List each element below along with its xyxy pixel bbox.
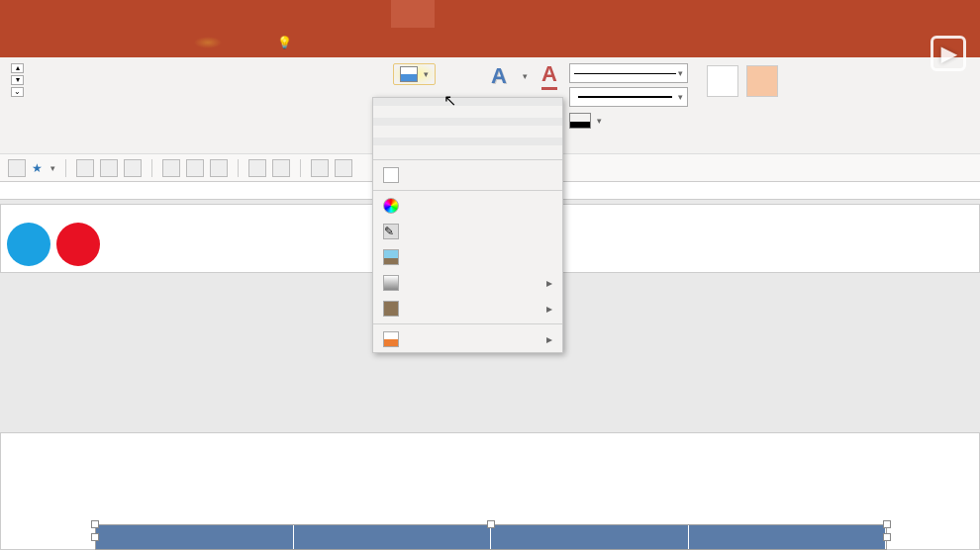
shading-button[interactable]: ▾: [393, 63, 436, 85]
border-group: ▾ ▾ ▾: [569, 63, 688, 129]
tab-slideshow[interactable]: [36, 37, 44, 48]
tab-animations[interactable]: [4, 37, 12, 48]
title-bar: [0, 0, 980, 28]
resize-handle-tc[interactable]: [487, 520, 495, 528]
picture-item[interactable]: [373, 244, 562, 270]
tab-developer[interactable]: [131, 37, 139, 48]
text-outline-icon[interactable]: A: [541, 61, 557, 90]
search-box[interactable]: 💡: [277, 36, 296, 49]
table-style-gallery: ▴▾⌄: [0, 57, 28, 153]
distribute-h-button[interactable]: [248, 159, 266, 177]
tab-addins[interactable]: [162, 37, 170, 48]
qat-btn[interactable]: [8, 159, 26, 177]
no-fill-icon: [383, 167, 399, 183]
align-left-button[interactable]: [76, 159, 94, 177]
tab-view[interactable]: [99, 37, 107, 48]
pen-weight-select[interactable]: ▾: [569, 87, 688, 107]
text-fill-icon[interactable]: A: [491, 63, 507, 89]
eraser-icon: [746, 65, 778, 97]
recent-colors-label: [373, 138, 562, 145]
selected-table[interactable]: [95, 524, 887, 550]
gradient-item[interactable]: ▸: [373, 270, 562, 296]
distribute-v-button[interactable]: [272, 159, 290, 177]
align-center-button[interactable]: [100, 159, 118, 177]
pen-style-select[interactable]: ▾: [569, 63, 688, 83]
watermark-logo-icon: ▶: [931, 36, 966, 71]
color-wheel-icon: [383, 198, 399, 214]
pen-color-button[interactable]: ▾: [569, 113, 688, 129]
tab-layout[interactable]: [245, 37, 253, 48]
wordart-styles: A ▾ A ▾: [491, 61, 578, 90]
shading-dropdown: ✎ ▸ ▸ ▸: [372, 97, 563, 353]
resize-handle-tl[interactable]: [91, 520, 99, 528]
gradient-icon: [383, 275, 399, 291]
table-bg-icon: [383, 331, 399, 347]
align-middle-button[interactable]: [186, 159, 204, 177]
standard-colors-label: [373, 118, 562, 126]
gallery-more[interactable]: ▴▾⌄: [8, 63, 24, 97]
draw-table-icon: [707, 65, 738, 97]
eraser-button[interactable]: [744, 63, 780, 101]
resize-handle-ml[interactable]: [91, 533, 99, 541]
eyedropper-item[interactable]: ✎: [373, 219, 562, 244]
no-fill-item[interactable]: [373, 162, 562, 188]
texture-item[interactable]: ▸: [373, 296, 562, 321]
theme-colors-label: [373, 98, 562, 106]
tab-review[interactable]: [67, 37, 75, 48]
texture-icon: [383, 301, 399, 317]
group-button[interactable]: [311, 159, 329, 177]
context-tab-table-tools[interactable]: [391, 0, 435, 28]
more-colors-item[interactable]: [373, 193, 562, 219]
watermark: ▶: [931, 36, 972, 71]
lightbulb-icon: 💡: [277, 36, 292, 49]
eyedropper-icon: ✎: [383, 224, 399, 239]
resize-handle-tr[interactable]: [883, 520, 891, 528]
resize-handle-mr[interactable]: [883, 533, 891, 541]
align-bottom-button[interactable]: [210, 159, 228, 177]
ungroup-button[interactable]: [335, 159, 352, 177]
theme-color-grid: [373, 106, 562, 118]
align-top-button[interactable]: [162, 159, 180, 177]
picture-icon: [383, 249, 399, 265]
ribbon-tabs: 💡: [0, 28, 980, 57]
table-background-item[interactable]: ▸: [373, 326, 562, 352]
blue-circle[interactable]: [7, 223, 50, 266]
align-right-button[interactable]: [124, 159, 142, 177]
red-circle[interactable]: [56, 223, 100, 266]
tab-design[interactable]: [194, 37, 222, 48]
draw-table-button[interactable]: [705, 63, 740, 101]
